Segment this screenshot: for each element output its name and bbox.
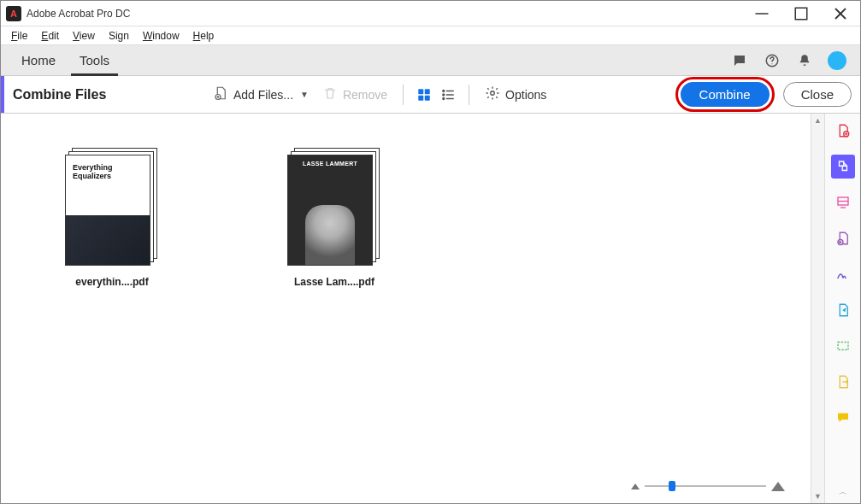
zoom-large-icon bbox=[771, 482, 785, 491]
file-thumbnail: LASSE LAMMERT bbox=[287, 148, 381, 267]
tabs-bar: Home Tools bbox=[1, 45, 860, 76]
edit-pdf-icon[interactable] bbox=[831, 190, 855, 214]
tools-side-panel: ︿ bbox=[824, 114, 860, 503]
menu-help[interactable]: Help bbox=[186, 28, 221, 44]
menu-bar: File Edit View Sign Window Help bbox=[1, 26, 860, 45]
window-controls bbox=[742, 1, 860, 26]
thumbnail-view-button[interactable] bbox=[412, 83, 436, 107]
file-thumbnail: Everything Equalizers bbox=[65, 148, 159, 267]
scroll-down-icon[interactable]: ▼ bbox=[811, 489, 824, 503]
scroll-up-icon[interactable]: ▲ bbox=[811, 114, 824, 127]
combine-toolbar: Combine Files Add Files... ▼ Remove Opti… bbox=[1, 76, 860, 114]
remove-label: Remove bbox=[343, 88, 387, 102]
avatar[interactable] bbox=[828, 51, 846, 70]
file-item[interactable]: Everything Equalizers everythin....pdf bbox=[52, 148, 172, 288]
create-pdf-icon[interactable] bbox=[831, 119, 855, 143]
menu-sign[interactable]: Sign bbox=[102, 28, 136, 44]
combine-files-icon[interactable] bbox=[831, 155, 855, 179]
stamp-icon[interactable] bbox=[831, 370, 855, 394]
bell-icon[interactable] bbox=[795, 51, 814, 70]
svg-point-17 bbox=[491, 91, 495, 96]
measure-icon[interactable] bbox=[831, 334, 855, 358]
thumb-band: LASSE LAMMERT bbox=[303, 161, 357, 167]
title-bar: A Adobe Acrobat Pro DC bbox=[1, 1, 860, 26]
svg-point-13 bbox=[443, 94, 445, 96]
chevron-down-icon: ▼ bbox=[300, 90, 309, 99]
menu-window[interactable]: Window bbox=[136, 28, 186, 44]
zoom-small-icon bbox=[631, 483, 640, 489]
vertical-scrollbar[interactable]: ▲ ▼ bbox=[811, 114, 824, 503]
add-file-icon bbox=[213, 85, 228, 103]
sign-icon[interactable] bbox=[831, 262, 855, 286]
combine-button[interactable]: Combine bbox=[681, 82, 770, 107]
svg-rect-26 bbox=[838, 343, 848, 350]
add-files-button[interactable]: Add Files... ▼ bbox=[206, 82, 316, 107]
gear-icon bbox=[485, 85, 500, 103]
svg-rect-8 bbox=[425, 89, 430, 94]
files-row: Everything Equalizers everythin....pdf L… bbox=[27, 148, 785, 288]
svg-point-5 bbox=[771, 63, 772, 64]
close-button[interactable]: Close bbox=[783, 82, 852, 107]
menu-edit[interactable]: Edit bbox=[34, 28, 66, 44]
svg-rect-10 bbox=[425, 95, 430, 100]
menu-file[interactable]: File bbox=[4, 28, 34, 44]
remove-button[interactable]: Remove bbox=[316, 82, 394, 107]
zoom-handle[interactable] bbox=[669, 481, 675, 491]
options-button[interactable]: Options bbox=[478, 82, 553, 107]
chat-icon[interactable] bbox=[730, 51, 749, 70]
file-caption: Lasse Lam....pdf bbox=[294, 276, 374, 288]
file-area[interactable]: Everything Equalizers everythin....pdf L… bbox=[1, 114, 811, 503]
app-title: Adobe Acrobat Pro DC bbox=[27, 8, 130, 20]
add-files-label: Add Files... bbox=[233, 88, 293, 102]
tab-home[interactable]: Home bbox=[9, 45, 68, 75]
file-item[interactable]: LASSE LAMMERT Lasse Lam....pdf bbox=[274, 148, 394, 288]
menu-view[interactable]: View bbox=[66, 28, 102, 44]
close-window-button[interactable] bbox=[821, 1, 860, 26]
options-label: Options bbox=[505, 88, 546, 102]
svg-point-11 bbox=[443, 90, 445, 91]
content-wrap: Everything Equalizers everythin....pdf L… bbox=[1, 114, 860, 503]
maximize-button[interactable] bbox=[781, 1, 821, 26]
trash-icon bbox=[322, 85, 338, 103]
thumb-title-line: Equalizers bbox=[73, 173, 143, 181]
list-view-button[interactable] bbox=[436, 83, 460, 107]
help-icon[interactable] bbox=[763, 51, 781, 70]
zoom-slider[interactable] bbox=[631, 478, 785, 495]
svg-rect-9 bbox=[418, 95, 423, 100]
svg-point-15 bbox=[443, 97, 445, 99]
app-icon: A bbox=[6, 6, 21, 21]
svg-rect-7 bbox=[418, 89, 423, 94]
tool-title: Combine Files bbox=[1, 76, 206, 113]
minimize-button[interactable] bbox=[742, 1, 781, 26]
svg-rect-1 bbox=[795, 8, 807, 20]
tab-tools[interactable]: Tools bbox=[68, 45, 121, 75]
comment-icon[interactable] bbox=[831, 406, 855, 430]
file-caption: everythin....pdf bbox=[75, 276, 148, 288]
send-review-icon[interactable] bbox=[831, 298, 855, 322]
separator bbox=[403, 85, 404, 105]
collapse-panel-icon[interactable]: ︿ bbox=[839, 486, 847, 498]
export-pdf-icon[interactable] bbox=[831, 226, 855, 250]
separator bbox=[469, 85, 469, 105]
